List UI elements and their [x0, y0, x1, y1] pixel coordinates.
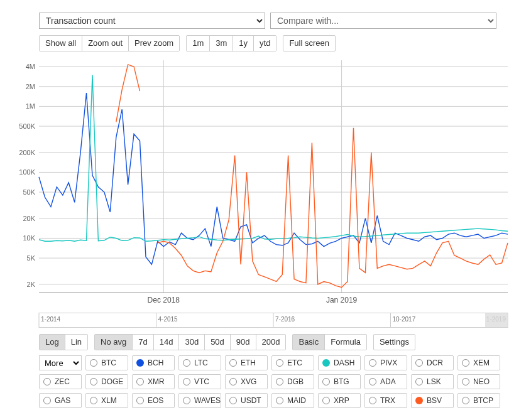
coin-dot-icon	[369, 397, 376, 404]
coin-label: XMR	[148, 377, 165, 386]
coin-toggle-xvg[interactable]: XVG	[225, 374, 268, 389]
coin-dot-icon	[322, 359, 330, 367]
coin-toggle-dcr[interactable]: DCR	[411, 355, 454, 370]
coin-dot-icon	[183, 397, 190, 404]
zoom-out-button[interactable]: Zoom out	[82, 36, 128, 51]
coin-toggle-gas[interactable]: GAS	[39, 393, 82, 408]
avg-50d-button[interactable]: 50d	[204, 335, 230, 350]
coin-dot-icon	[136, 378, 144, 385]
coin-dot-icon	[369, 359, 376, 367]
coin-toggle-neo[interactable]: NEO	[457, 374, 500, 389]
compare-select[interactable]: Compare with...	[270, 13, 496, 29]
coin-dot-icon	[462, 397, 469, 404]
timeline-brush[interactable]: 1-20144-20157-201610-20171-2019	[11, 313, 514, 328]
coin-dot-icon	[90, 359, 97, 367]
mode-group: Basic Formula	[292, 334, 366, 350]
full-screen-button[interactable]: Full screen	[283, 35, 336, 51]
svg-text:20K: 20K	[23, 215, 35, 222]
coin-dot-icon	[462, 378, 469, 385]
coin-label: XRP	[334, 396, 349, 405]
coin-toggle-btc[interactable]: BTC	[85, 355, 128, 370]
coin-toggle-waves[interactable]: WAVES	[178, 393, 221, 408]
range-ytd-button[interactable]: ytd	[253, 36, 276, 51]
coin-toggle-trx[interactable]: TRX	[364, 393, 407, 408]
coin-toggle-etc[interactable]: ETC	[271, 355, 314, 370]
coin-toggle-bsv[interactable]: BSV	[411, 393, 454, 408]
coin-toggle-dash[interactable]: DASH	[318, 355, 361, 370]
range-1y-button[interactable]: 1y	[233, 36, 253, 51]
coin-label: USDT	[241, 396, 261, 405]
coin-toggle-xmr[interactable]: XMR	[132, 374, 175, 389]
coin-label: NEO	[473, 377, 490, 386]
coin-dot-icon	[415, 397, 423, 404]
coin-toggle-usdt[interactable]: USDT	[225, 393, 268, 408]
coin-dot-icon	[183, 378, 190, 385]
range-1m-button[interactable]: 1m	[187, 36, 209, 51]
coin-label: TRX	[380, 396, 395, 405]
more-coins-select[interactable]: More	[39, 355, 82, 370]
coin-dot-icon	[229, 378, 237, 385]
show-all-button[interactable]: Show all	[40, 36, 82, 51]
coin-toggle-ada[interactable]: ADA	[364, 374, 407, 389]
coin-toggle-vtc[interactable]: VTC	[178, 374, 221, 389]
coin-dot-icon	[415, 378, 423, 385]
metric-select[interactable]: Transaction count	[39, 13, 265, 29]
coin-dot-icon	[90, 378, 97, 385]
coin-toggle-btg[interactable]: BTG	[318, 374, 361, 389]
coin-toggle-xlm[interactable]: XLM	[85, 393, 128, 408]
avg-7d-button[interactable]: 7d	[132, 335, 153, 350]
coin-dot-icon	[183, 359, 190, 367]
svg-text:Jan 2019: Jan 2019	[326, 296, 358, 304]
coin-toggle-dgb[interactable]: DGB	[271, 374, 314, 389]
avg-90d-button[interactable]: 90d	[230, 335, 256, 350]
chart-area[interactable]: 2K5K10K20K50K100K200K500K1M2M4MDec 2018J…	[11, 54, 518, 311]
avg-30d-button[interactable]: 30d	[178, 335, 204, 350]
coin-label: ETH	[241, 358, 256, 367]
coin-label: DOGE	[101, 377, 123, 386]
coin-dot-icon	[415, 359, 423, 367]
svg-text:10-2017: 10-2017	[393, 316, 416, 323]
coin-dot-icon	[90, 397, 97, 404]
svg-text:1-2014: 1-2014	[41, 316, 61, 323]
svg-text:4M: 4M	[26, 63, 35, 70]
coin-toggle-eth[interactable]: ETH	[225, 355, 268, 370]
coin-label: BTC	[101, 358, 116, 367]
avg-200d-button[interactable]: 200d	[256, 335, 286, 350]
coin-toggle-pivx[interactable]: PIVX	[364, 355, 407, 370]
svg-text:7-2016: 7-2016	[275, 316, 295, 323]
svg-text:10K: 10K	[23, 234, 35, 242]
coin-toggle-xrp[interactable]: XRP	[318, 393, 361, 408]
coin-label: DGB	[287, 377, 304, 386]
coin-toggle-ltc[interactable]: LTC	[178, 355, 221, 370]
coin-toggle-bch[interactable]: BCH	[132, 355, 175, 370]
range-3m-button[interactable]: 3m	[209, 36, 233, 51]
coin-dot-icon	[136, 397, 144, 404]
basic-button[interactable]: Basic	[293, 335, 324, 350]
prev-zoom-button[interactable]: Prev zoom	[128, 36, 179, 51]
lin-button[interactable]: Lin	[65, 335, 87, 350]
avg-14d-button[interactable]: 14d	[153, 335, 179, 350]
svg-text:50K: 50K	[23, 188, 35, 196]
coin-toggle-btcp[interactable]: BTCP	[457, 393, 500, 408]
coin-toggle-zec[interactable]: ZEC	[39, 374, 82, 389]
coin-toggle-doge[interactable]: DOGE	[85, 374, 128, 389]
svg-text:100K: 100K	[19, 168, 35, 176]
no-avg-button[interactable]: No avg	[95, 335, 132, 350]
coin-label: ADA	[380, 377, 396, 386]
coin-toggle-eos[interactable]: EOS	[132, 393, 175, 408]
coin-toggle-xem[interactable]: XEM	[457, 355, 500, 370]
coin-dot-icon	[322, 378, 330, 385]
settings-button[interactable]: Settings	[373, 334, 415, 350]
coin-label: BSV	[427, 396, 442, 405]
zoom-group: Show all Zoom out Prev zoom	[39, 35, 180, 51]
log-button[interactable]: Log	[40, 335, 65, 350]
coin-dot-icon	[369, 378, 376, 385]
coin-toggle-lsk[interactable]: LSK	[411, 374, 454, 389]
coin-label: BCH	[148, 358, 163, 367]
formula-button[interactable]: Formula	[324, 335, 366, 350]
coin-label: ETC	[287, 358, 302, 367]
coin-toggle-maid[interactable]: MAID	[271, 393, 314, 408]
svg-text:4-2015: 4-2015	[158, 316, 178, 323]
coin-dot-icon	[276, 397, 283, 404]
coin-dot-icon	[136, 359, 144, 367]
